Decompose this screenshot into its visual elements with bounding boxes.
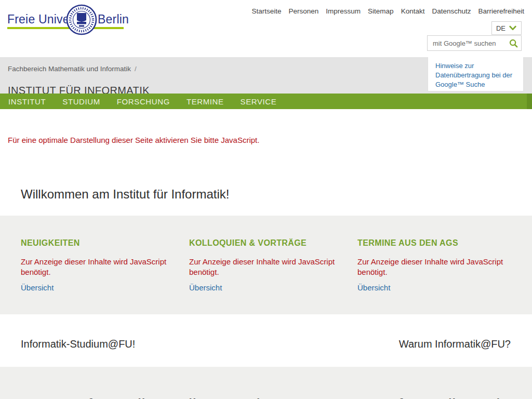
- main-nav-institut[interactable]: INSTITUT: [8, 97, 46, 106]
- top-nav-barrierefreiheit[interactable]: Barrierefreiheit: [478, 7, 524, 15]
- logo-text-berlin: Berlin: [98, 12, 129, 26]
- main-nav-studium[interactable]: STUDIUM: [62, 97, 100, 106]
- fu-berlin-logo[interactable]: Freie Universität Berlin: [7, 4, 131, 36]
- logo-underline: [7, 27, 124, 29]
- promo-heading-studium: Informatik-Studium@FU!: [21, 338, 135, 350]
- teaser-js-note: Zur Anzeige dieser Inhalte wird JavaScri…: [21, 257, 171, 277]
- page: Freie Universität Berlin Startseite Pers…: [0, 0, 532, 399]
- top-nav-sitemap[interactable]: Sitemap: [368, 7, 394, 15]
- teaser-section: NEUIGKEITEN Zur Anzeige dieser Inhalte w…: [0, 216, 532, 314]
- chevron-down-icon: [509, 25, 516, 31]
- language-selector[interactable]: DE: [491, 21, 522, 35]
- main-nav-forschung[interactable]: FORSCHUNG: [117, 97, 170, 106]
- cutoff-heading-right: Warum Informatik an der FU?: [322, 395, 532, 399]
- top-nav-kontakt[interactable]: Kontakt: [401, 7, 425, 15]
- teaser-js-note: Zur Anzeige dieser Inhalte wird JavaScri…: [357, 257, 508, 277]
- site-header: Freie Universität Berlin Startseite Pers…: [0, 0, 532, 57]
- breadcrumb-item[interactable]: Fachbereich Mathematik und Informatik: [8, 65, 131, 73]
- teaser-js-note: Zur Anzeige dieser Inhalte wird JavaScri…: [189, 257, 340, 277]
- top-nav-personen[interactable]: Personen: [289, 7, 319, 15]
- javascript-warning: Für eine optimale Darstellung dieser Sei…: [8, 136, 259, 144]
- teaser-column-kolloquien: KOLLOQUIEN & VORTRÄGE Zur Anzeige dieser…: [189, 238, 343, 314]
- search-submit-button[interactable]: [506, 36, 521, 50]
- breadcrumb-separator: /: [135, 65, 137, 73]
- nav-edge-decoration: [527, 94, 532, 109]
- language-selected: DE: [496, 24, 506, 32]
- top-nav-datenschutz[interactable]: Datenschutz: [432, 7, 471, 15]
- main-nav-termine[interactable]: TERMINE: [187, 97, 224, 106]
- teaser-column-neuigkeiten: NEUIGKEITEN Zur Anzeige dieser Inhalte w…: [21, 238, 175, 314]
- promo-headings-row: Informatik-Studium@FU! Warum Informatik@…: [0, 338, 532, 350]
- promo-heading-warum: Warum Informatik@FU?: [399, 338, 511, 350]
- top-nav-impressum[interactable]: Impressum: [326, 7, 361, 15]
- welcome-heading: Willkommen am Institut für Informatik!: [21, 187, 229, 202]
- google-data-transfer-hint-link[interactable]: Hinweise zur Datenübertragung bei der Go…: [435, 61, 516, 89]
- bottom-section-cutoff: Informatik-Studium an der FU Warum Infor…: [0, 367, 532, 399]
- main-navigation: INSTITUT STUDIUM FORSCHUNG TERMINE SERVI…: [0, 94, 532, 109]
- teaser-title: KOLLOQUIEN & VORTRÄGE: [189, 238, 343, 248]
- search-input[interactable]: [428, 36, 506, 50]
- teaser-uebersicht-link[interactable]: Übersicht: [357, 283, 390, 292]
- top-navigation: Startseite Personen Impressum Sitemap Ko…: [252, 7, 525, 15]
- teaser-uebersicht-link[interactable]: Übersicht: [189, 283, 222, 292]
- breadcrumb[interactable]: Fachbereich Mathematik und Informatik/: [8, 65, 137, 73]
- search-icon: [509, 39, 518, 48]
- top-nav-startseite[interactable]: Startseite: [252, 7, 282, 15]
- site-search: [427, 35, 522, 51]
- teaser-title: TERMINE AUS DEN AGS: [357, 238, 511, 248]
- teaser-title: NEUIGKEITEN: [21, 238, 175, 248]
- teaser-uebersicht-link[interactable]: Übersicht: [21, 283, 54, 292]
- search-hint-panel: Hinweise zur Datenübertragung bei der Go…: [428, 57, 524, 91]
- cutoff-heading-left: Informatik-Studium an der FU: [73, 395, 304, 399]
- main-nav-service[interactable]: SERVICE: [241, 97, 277, 106]
- fu-seal-icon: [66, 4, 97, 35]
- teaser-column-termine-ags: TERMINE AUS DEN AGS Zur Anzeige dieser I…: [357, 238, 511, 314]
